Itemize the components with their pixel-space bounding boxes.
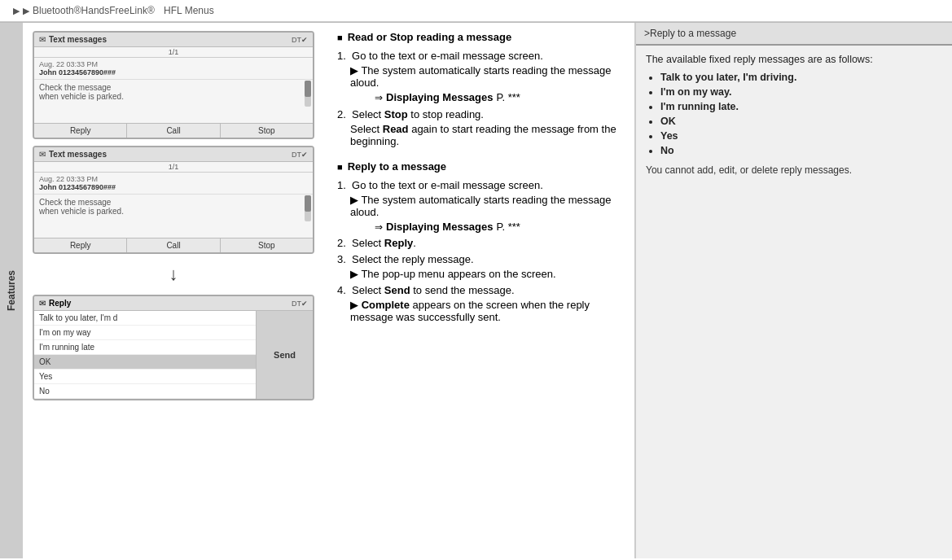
phone-screen1-scrollbar — [305, 81, 311, 107]
phone-screen1-btn-call[interactable]: Call — [127, 124, 220, 138]
breadcrumb: ▶ ▶ Bluetooth®HandsFreeLink® HFL Menus — [0, 0, 952, 22]
right-panel-header: >Reply to a message — [636, 23, 952, 46]
reply-step2-text: Select Reply. — [352, 237, 416, 249]
phone-screen1-counter: 1/1 — [34, 47, 313, 58]
read-step2-text: Select Stop to stop reading. — [352, 108, 484, 120]
read-step2-num: 2. — [337, 108, 349, 120]
right-panel-intro: The available fixed reply messages are a… — [646, 54, 942, 65]
left-phone-screens: ✉ Text messages DT✔ 1/1 Aug. 22 03:33 PM… — [23, 23, 324, 558]
reply-step4-sub: ▶ Complete appears on the screen when th… — [337, 299, 621, 323]
reply-section-steps: 1. Go to the text or e-mail message scre… — [337, 179, 621, 323]
read-step-2: 2. Select Stop to stop reading. Select R… — [337, 108, 621, 147]
right-panel-note: You cannot add, edit, or delete reply me… — [646, 164, 942, 176]
reply-send-button[interactable]: Send — [256, 311, 313, 399]
arrow-ref-sym-2: ⇒ — [375, 221, 383, 233]
reply-list-item-2[interactable]: I'm running late — [34, 340, 256, 355]
phone-screen1-date: Aug. 22 03:33 PM — [39, 60, 308, 68]
phone-screen1-title: Text messages — [49, 35, 288, 44]
read-step-1: 1. Go to the text or e-mail message scre… — [337, 50, 621, 103]
read-step1-ref-page: P. *** — [497, 91, 520, 103]
breadcrumb-item1: Bluetooth®HandsFreeLink® — [33, 5, 155, 16]
arrow-down-icon: ↓ — [169, 264, 178, 285]
reply-step1-ref-page: P. *** — [497, 221, 520, 233]
phone-screen-1: ✉ Text messages DT✔ 1/1 Aug. 22 03:33 PM… — [33, 31, 314, 139]
phone-screen1-btn-stop[interactable]: Stop — [221, 124, 313, 138]
right-panel-message-0: Talk to you later, I'm driving. — [660, 72, 942, 83]
phone-screen1-body: Aug. 22 03:33 PM John 01234567890### Che… — [34, 58, 313, 123]
reply-messages-ul: Talk to you later, I'm driving.I'm on my… — [646, 72, 942, 156]
phone-screen1-message: Aug. 22 03:33 PM John 01234567890### — [34, 58, 313, 80]
right-arrow-1: ▶ — [350, 64, 361, 77]
right-panel-message-4: Yes — [660, 130, 942, 142]
reply-list-item-4[interactable]: Yes — [34, 370, 256, 384]
read-step1-ref-bold: Displaying Messages — [386, 91, 494, 103]
phone-screen2-title: Text messages — [49, 150, 288, 159]
breadcrumb-item2: HFL Menus — [164, 5, 214, 16]
phone-screen1-header: ✉ Text messages DT✔ — [34, 33, 313, 47]
phone-screen2-body: Aug. 22 03:33 PM John 01234567890### Che… — [34, 173, 313, 238]
read-step1-num: 1. — [337, 50, 349, 62]
phone-screen2-status: DT✔ — [292, 151, 308, 159]
phone-screen2-counter: 1/1 — [34, 162, 313, 173]
reply-step4-text: Select Send to send the message. — [352, 284, 514, 296]
arrow-ref-sym-1: ⇒ — [375, 92, 383, 103]
right-panel-message-2: I'm running late. — [660, 101, 942, 112]
reply-step1-sub: ▶ The system automatically starts readin… — [337, 194, 621, 233]
reply-messages-list: Talk to you later, I'm dI'm on my wayI'm… — [34, 311, 256, 399]
phone-screen-2: ✉ Text messages DT✔ 1/1 Aug. 22 03:33 PM… — [33, 146, 314, 254]
reply-step3-num: 3. — [337, 253, 349, 265]
breadcrumb-arrow1: ▶ — [13, 6, 20, 16]
read-section-title: Read or Stop reading a message — [337, 31, 621, 43]
phone-screen2-btn-reply[interactable]: Reply — [34, 238, 127, 252]
read-step1-ref: ⇒ Displaying Messages P. *** — [375, 91, 621, 103]
read-section-steps: 1. Go to the text or e-mail message scre… — [337, 50, 621, 147]
phone-screen1-footer: Reply Call Stop — [34, 123, 313, 138]
reply-list-item-5[interactable]: No — [34, 384, 256, 399]
right-panel-message-5: No — [660, 145, 942, 156]
phone-screen2-footer: Reply Call Stop — [34, 238, 313, 252]
right-arrow-3: ▶ — [350, 268, 361, 280]
phone-screen2-message: Aug. 22 03:33 PM John 01234567890### — [34, 173, 313, 195]
reply-step-2: 2. Select Reply. — [337, 237, 621, 249]
reply-step3-sub: ▶ The pop-up menu appears on the screen. — [337, 268, 621, 280]
breadcrumb-separator — [158, 5, 160, 16]
phone-screen2-btn-call[interactable]: Call — [127, 238, 220, 252]
reply-step-1: 1. Go to the text or e-mail message scre… — [337, 179, 621, 233]
right-panel: >Reply to a message The available fixed … — [634, 23, 952, 558]
phone-screen1-status: DT✔ — [292, 36, 308, 44]
arrow-down-container: ↓ — [33, 260, 314, 288]
reply-step4-num: 4. — [337, 284, 349, 296]
read-step1-sub: ▶ The system automatically starts readin… — [337, 64, 621, 103]
reply-screen-title: Reply — [49, 299, 288, 308]
reply-screen: ✉ Reply DT✔ Talk to you later, I'm dI'm … — [33, 295, 314, 400]
right-panel-message-3: OK — [660, 116, 942, 127]
phone-screen2-date: Aug. 22 03:33 PM — [39, 175, 308, 183]
phone-screen1-btn-reply[interactable]: Reply — [34, 124, 127, 138]
phone-screen1-text: Check the messagewhen vehicle is parked. — [34, 80, 313, 112]
right-arrow-4: ▶ — [350, 299, 362, 311]
message-icon-2: ✉ — [39, 150, 46, 159]
middle-instructions: Read or Stop reading a message 1. Go to … — [324, 23, 634, 558]
right-arrow-2: ▶ — [350, 194, 361, 206]
right-panel-message-1: I'm on my way. — [660, 86, 942, 98]
phone-screen2-header: ✉ Text messages DT✔ — [34, 147, 313, 162]
reply-list-item-3[interactable]: OK — [34, 355, 256, 370]
reply-step1-num: 1. — [337, 179, 349, 191]
read-step2-sub: Select Read again to start reading the m… — [337, 123, 621, 147]
sidebar-features-label: Features — [0, 23, 23, 558]
phone-screen1-sender: John 01234567890### — [39, 68, 308, 77]
reply-step-3: 3. Select the reply message. ▶ The pop-u… — [337, 253, 621, 280]
message-icon-1: ✉ — [39, 35, 46, 44]
phone-screen2-scrollbar — [305, 195, 311, 221]
reply-step3-text: Select the reply message. — [352, 253, 474, 265]
reply-list-item-0[interactable]: Talk to you later, I'm d — [34, 311, 256, 326]
reply-step-4: 4. Select Send to send the message. ▶ Co… — [337, 284, 621, 323]
reply-list-item-1[interactable]: I'm on my way — [34, 326, 256, 340]
right-panel-body: The available fixed reply messages are a… — [636, 46, 952, 190]
reply-step2-num: 2. — [337, 237, 349, 249]
phone-screen2-sender: John 01234567890### — [39, 183, 308, 191]
reply-step1-ref-bold: Displaying Messages — [386, 221, 494, 233]
phone-screen2-btn-stop[interactable]: Stop — [221, 238, 313, 252]
reply-step1-ref: ⇒ Displaying Messages P. *** — [375, 221, 621, 233]
reply-screen-status: DT✔ — [292, 300, 308, 308]
